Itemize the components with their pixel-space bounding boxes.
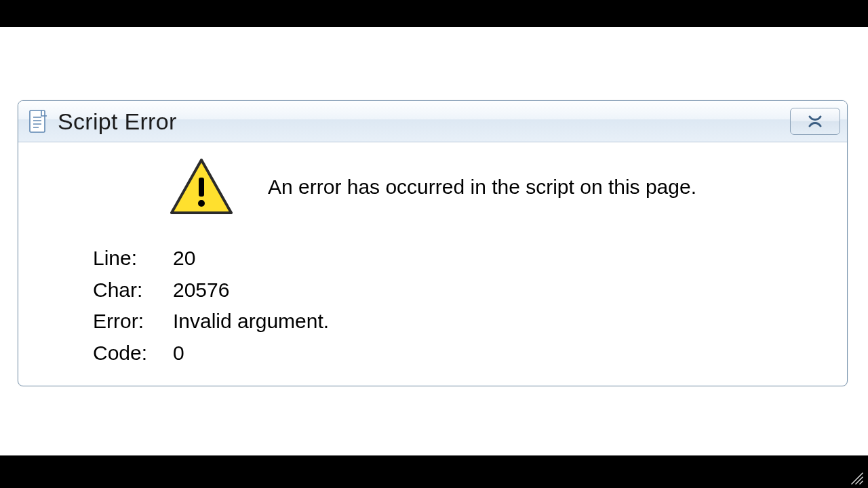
message-row: An error has occurred in the script on t… [167,156,786,218]
close-icon [804,114,827,129]
script-error-dialog: Script Error [18,100,848,386]
document-icon [28,109,48,134]
value-code: 0 [173,338,184,369]
label-line: Line: [93,243,173,274]
error-details: Line: 20 Char: 20576 Error: Invalid argu… [93,243,786,369]
dialog-body: An error has occurred in the script on t… [18,142,847,369]
svg-rect-6 [199,178,204,197]
warning-icon [167,156,235,218]
letterbox-top [0,0,868,27]
error-message: An error has occurred in the script on t… [268,176,696,199]
label-char: Char: [93,274,173,306]
detail-row-code: Code: 0 [93,338,786,369]
detail-row-char: Char: 20576 [93,274,786,306]
value-error: Invalid argument. [173,306,329,338]
value-line: 20 [173,243,195,274]
value-char: 20576 [173,274,229,306]
label-error: Error: [93,306,173,338]
dialog-title: Script Error [48,108,790,135]
svg-rect-0 [30,110,45,132]
resize-handle-icon[interactable] [849,470,864,485]
close-button[interactable] [790,108,840,135]
detail-row-error: Error: Invalid argument. [93,306,786,338]
svg-point-7 [198,200,205,207]
content-stage: Script Error [0,27,868,455]
letterbox-bottom [0,455,868,488]
title-bar[interactable]: Script Error [18,101,847,142]
label-code: Code: [93,338,173,369]
detail-row-line: Line: 20 [93,243,786,274]
